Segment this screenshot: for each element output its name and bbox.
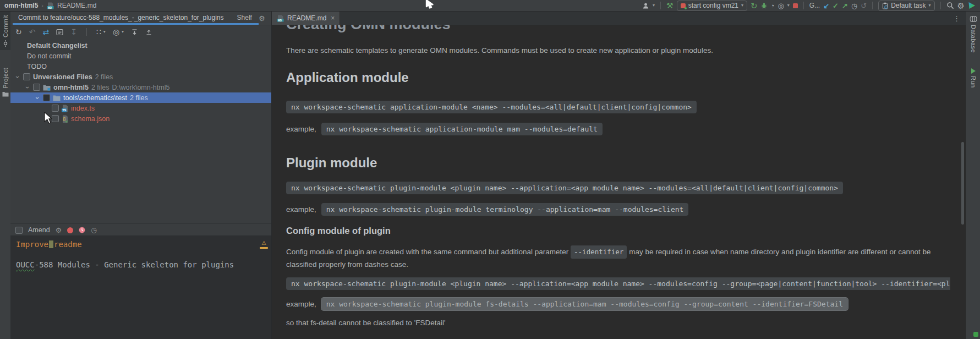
chevron-down-icon[interactable]: › — [14, 74, 21, 80]
typescript-file-icon: TS — [62, 105, 68, 112]
task-clipboard-icon — [882, 2, 888, 9]
commit-panel: Commit to feature/oucc-588_modules_-_gen… — [10, 12, 272, 339]
commit-options-gear-icon[interactable]: ⚙ — [259, 14, 265, 23]
database-tool-label: Database — [970, 25, 977, 53]
md-file-icon: MD — [47, 2, 54, 9]
build-hammer-icon[interactable]: ⚒ — [666, 2, 674, 9]
history-icon[interactable]: ◷ — [91, 226, 96, 234]
left-tool-stripe: Commit Project — [0, 12, 11, 339]
stop-icon[interactable] — [793, 3, 798, 8]
run-icon[interactable]: ↻ — [751, 2, 758, 10]
view-options-caret-icon[interactable]: ▾ — [122, 30, 124, 34]
group-by-icon[interactable]: ∷ — [96, 28, 101, 36]
mouse-cursor — [44, 112, 53, 124]
history-clock-icon[interactable]: ◷ — [851, 2, 857, 9]
view-options-icon[interactable]: ◎ — [113, 28, 119, 36]
commit-checks-clock-icon[interactable] — [79, 227, 85, 233]
coverage-icon[interactable]: ◎ — [778, 2, 784, 9]
commit-tool-icon — [2, 40, 9, 47]
vcs-widget[interactable]: G... — [809, 2, 820, 9]
expand-all-icon[interactable] — [131, 29, 138, 36]
tree-node-unversioned-files[interactable]: › Unversioned Files 2 files — [10, 72, 271, 82]
profiler-icon[interactable]: ◔ — [770, 2, 775, 9]
tool-window-run[interactable]: Run — [970, 64, 977, 92]
warning-icon: ⚠ — [260, 238, 268, 246]
tab-readme-md[interactable]: MD README.md × — [272, 12, 340, 25]
right-tool-stripe: Database Run — [966, 12, 980, 339]
changelist-do-not-commit[interactable]: Do not commit — [10, 51, 271, 61]
amend-checkbox[interactable] — [15, 227, 23, 234]
tool-window-commit[interactable]: Commit — [0, 12, 10, 50]
markdown-preview: Creating OMN modules There are schematic… — [286, 25, 950, 339]
warning-underline — [260, 247, 268, 249]
changes-tree: Default Changelist Do not commit TODO › … — [10, 40, 271, 223]
editor-scrollbar-thumb[interactable] — [961, 142, 964, 225]
tab-shelf[interactable]: Shelf — [231, 12, 259, 25]
run-configuration-select[interactable]: start config vm21 ▾ — [677, 1, 747, 11]
rollback-icon[interactable]: ↺ — [861, 2, 867, 9]
project-folder-icon — [2, 91, 9, 97]
commit-panel-toolbar: ↻ ↶ ⇄ ↧ ∷▾ ◎▾ — [10, 25, 271, 39]
task-selector[interactable]: Default task ▾ — [878, 1, 934, 11]
example-plugin-module: example, nx workspace-schematic plugin-m… — [286, 203, 950, 216]
commit-settings-gear-icon[interactable]: ⚙ — [56, 226, 62, 234]
inspection-warning-widget[interactable]: ⚠ — [260, 238, 268, 249]
user-icon[interactable] — [642, 2, 649, 9]
breadcrumb-project[interactable]: omn-html5 — [4, 2, 38, 9]
tree-node-project-root[interactable]: › omn-html5 2 files D:\work\omn-html5 — [10, 82, 271, 92]
text-caret — [49, 240, 53, 248]
commit-message-editor[interactable]: Improvereadme OUCC-588 Modules - Generic… — [10, 236, 271, 339]
md-file-icon: MD — [277, 15, 284, 22]
selected-folder-checkbox[interactable] — [43, 94, 50, 101]
unshelve-icon[interactable]: ↧ — [70, 28, 77, 36]
chevron-down-icon[interactable]: › — [24, 84, 31, 90]
update-project-icon[interactable]: ↙ — [823, 2, 829, 9]
settings-gear-icon[interactable]: ⚙ — [957, 2, 965, 10]
tool-window-project[interactable]: Project — [0, 64, 10, 100]
close-tab-icon[interactable]: × — [331, 14, 335, 22]
run-config-app-icon — [681, 3, 686, 8]
breadcrumb-file[interactable]: README.md — [57, 2, 96, 9]
editor-options-kebab-icon[interactable]: ⋮ — [953, 14, 966, 23]
tree-node-selected-folder[interactable]: › tools\schematics\test 2 files — [10, 92, 271, 103]
ide-logo-icon[interactable] — [968, 2, 976, 9]
config-paragraph: Config module of plugin are created with… — [286, 245, 950, 271]
svg-text:TS: TS — [62, 108, 66, 112]
debug-bug-icon[interactable] — [761, 2, 767, 9]
commit-check-icon[interactable]: ✓ — [833, 2, 839, 9]
coverage-caret-icon[interactable]: ▾ — [787, 3, 790, 8]
index-ts-checkbox[interactable] — [52, 105, 59, 112]
rollback-changes-icon[interactable]: ↶ — [29, 28, 36, 36]
search-icon[interactable] — [946, 2, 954, 9]
tab-commit-to-branch[interactable]: Commit to feature/oucc-588_modules_-_gen… — [13, 12, 231, 25]
chevron-down-icon[interactable]: › — [34, 95, 41, 101]
project-root-checkbox[interactable] — [33, 84, 40, 91]
changelist-default[interactable]: Default Changelist — [10, 40, 271, 51]
changelist-todo[interactable]: TODO — [10, 61, 271, 72]
code-plugin-module: nx workspace-schematic plugin-module <pl… — [286, 182, 843, 194]
analysis-status-icon[interactable] — [67, 227, 73, 233]
shelve-silently-icon[interactable]: ⇄ — [42, 28, 49, 36]
doc-title: Creating OMN modules — [286, 25, 950, 33]
unversioned-checkbox[interactable] — [23, 73, 30, 80]
code-application-module: nx workspace-schematic application-modul… — [286, 101, 697, 113]
folder-icon — [53, 95, 61, 101]
commit-tool-label: Commit — [2, 15, 9, 37]
tool-window-database[interactable]: Database — [970, 12, 977, 57]
push-icon[interactable]: ↗ — [842, 2, 848, 9]
project-tool-label: Project — [2, 68, 9, 89]
intro-paragraph: There are schematic templates to generat… — [286, 45, 950, 57]
group-by-caret-icon[interactable]: ▾ — [103, 30, 106, 34]
svg-text:{}: {} — [63, 117, 66, 121]
commit-message-line2: OUCC-588 Modules - Generic skeleton for … — [16, 260, 266, 269]
database-icon — [970, 16, 977, 23]
amend-label: Amend — [28, 226, 50, 234]
code-config-module: nx workspace-schematic plugin-module <pl… — [286, 277, 950, 290]
changelist-icon[interactable] — [56, 29, 63, 36]
collapse-all-icon[interactable] — [145, 29, 152, 36]
commit-message-line1: Improvereadme — [16, 240, 266, 249]
user-caret-icon[interactable]: ▾ — [653, 3, 655, 8]
code-config-example-selected: nx workspace-schematic plugin-module fs-… — [321, 298, 848, 310]
refresh-icon[interactable]: ↻ — [15, 28, 22, 36]
example-config-module: example, nx workspace-schematic plugin-m… — [286, 298, 950, 310]
